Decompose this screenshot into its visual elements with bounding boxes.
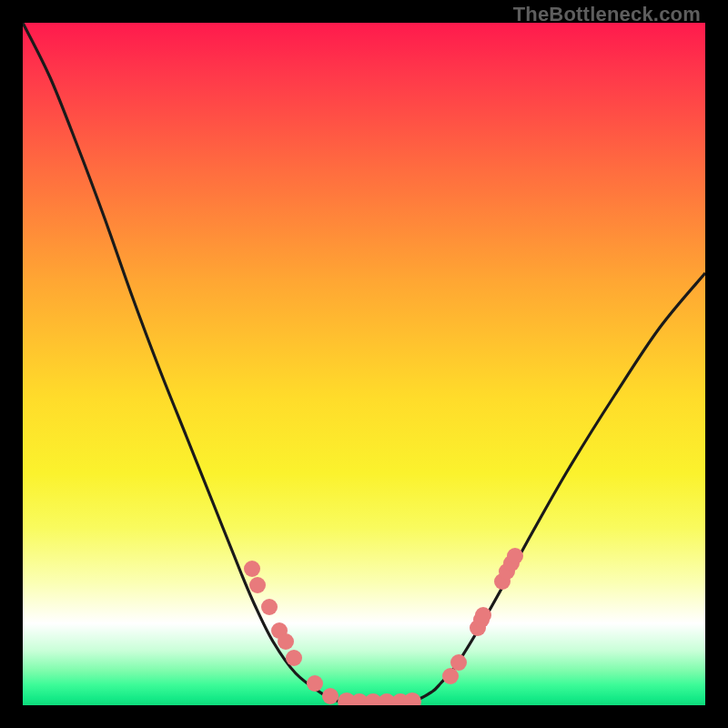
data-marker (286, 650, 302, 666)
watermark-text: TheBottleneck.com (513, 3, 701, 26)
data-marker (307, 675, 323, 692)
chart-container: TheBottleneck.com (0, 0, 728, 728)
data-marker (322, 688, 339, 704)
data-marker (403, 693, 421, 711)
bottleneck-curve (23, 23, 705, 703)
data-marker (249, 577, 266, 593)
data-marker (475, 607, 491, 623)
plot-area (23, 23, 705, 705)
data-marker (507, 548, 523, 564)
data-marker (244, 561, 260, 577)
data-marker (278, 633, 294, 650)
curve-svg (23, 23, 705, 705)
data-marker (442, 668, 459, 684)
marker-group (244, 548, 523, 712)
data-marker (261, 599, 278, 615)
data-marker (450, 654, 467, 671)
